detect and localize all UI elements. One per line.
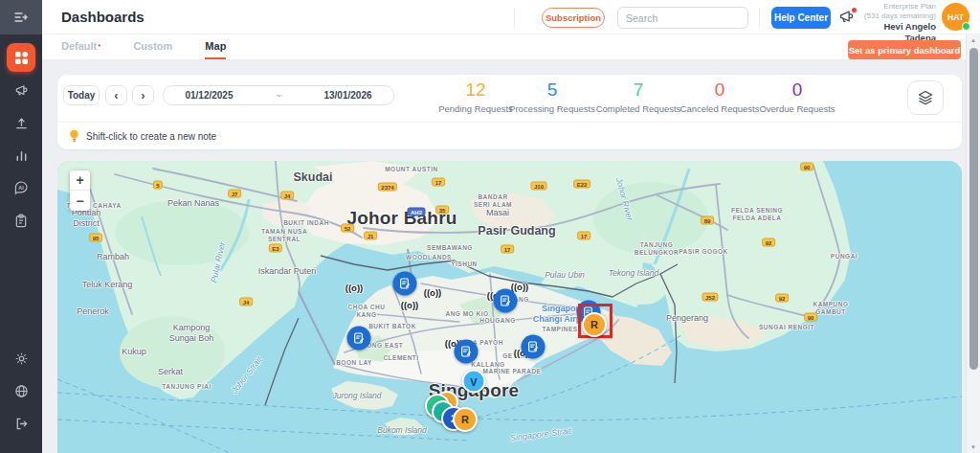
sidebar-item-ai-chat[interactable]: AI <box>7 173 35 202</box>
request-marker[interactable] <box>393 272 417 296</box>
today-button[interactable]: Today <box>63 85 100 105</box>
radio-tower-marker[interactable]: ((o)) <box>511 282 528 292</box>
clipboard-icon <box>14 214 28 228</box>
collapse-panel-icon <box>13 10 29 25</box>
cluster-marker-r[interactable]: R <box>582 312 607 337</box>
sidebar-collapse-button[interactable] <box>0 0 42 34</box>
subscription-button[interactable]: Subscription <box>542 8 605 28</box>
ai-chat-icon: AI <box>13 180 29 195</box>
stat-value: 0 <box>745 80 850 99</box>
sidebar-item-user-upload[interactable] <box>7 108 35 137</box>
sidebar-item-clipboard[interactable] <box>7 206 35 235</box>
map-overlay: MOUNT AUSTINTAMAN CAHAYABUKIT INDAHTAMAN… <box>57 161 962 453</box>
map-label: Johor River <box>613 176 635 221</box>
map-label: Bukom Island <box>377 425 427 435</box>
map-label: Johor Strait <box>230 355 265 396</box>
road-shield: E22 <box>573 180 590 189</box>
sidebar-item-dashboard[interactable] <box>7 43 35 72</box>
map-label: CHOA CHU KANG <box>348 304 386 319</box>
map-label: BOON LAY <box>336 359 372 367</box>
toolbar-card: Today ‹ › 01/12/2025 ~ 13/01/2026 12Pend… <box>57 75 962 149</box>
radio-tower-marker[interactable]: ((o)) <box>401 300 418 310</box>
map-label: HOUGANG <box>479 317 515 325</box>
sidebar-item-logout[interactable] <box>7 409 35 438</box>
map-label: TAMPINES <box>542 326 577 333</box>
map-label: FELDA SENING FELDA ADELA <box>731 207 783 222</box>
map-label: PUNGAI <box>831 253 858 260</box>
sidebar-item-megaphone[interactable] <box>7 76 35 104</box>
radio-tower-marker[interactable]: ((o)) <box>345 283 363 293</box>
map-label: SUNGAI RENGIT <box>759 324 814 331</box>
help-center-button[interactable]: Help Center <box>771 7 831 29</box>
road-shield: 35 <box>435 206 449 215</box>
map-label: CLEMENTI <box>383 354 418 362</box>
settings-icon <box>14 351 29 366</box>
document-icon <box>527 341 540 353</box>
request-marker[interactable] <box>494 289 518 313</box>
sidebar-item-settings[interactable] <box>7 344 35 373</box>
map-layers-button[interactable] <box>907 80 944 115</box>
tab-default[interactable]: Default* <box>61 34 100 59</box>
radio-tower-marker[interactable]: ((o)) <box>424 287 441 298</box>
road-shield: J1 <box>364 232 377 240</box>
page-title: Dashboards <box>61 9 145 25</box>
vertical-scrollbar[interactable]: ▲ ▼ <box>966 34 980 453</box>
search-box[interactable] <box>617 7 748 29</box>
date-end: 13/01/2026 <box>323 90 371 101</box>
tab-label: Map <box>205 40 226 52</box>
map-label: TANJUNG BELUNGKOR <box>635 241 679 257</box>
road-shield: J10 <box>530 182 546 191</box>
road-shield: J4 <box>239 298 253 306</box>
map-label: KALLANG <box>471 361 504 369</box>
document-icon <box>399 278 412 290</box>
dashboard-tabs: Default*CustomMap <box>42 34 980 60</box>
cluster-marker-v[interactable]: V <box>462 370 486 394</box>
scroll-up-arrow[interactable]: ▲ <box>970 37 976 43</box>
request-marker[interactable] <box>347 327 371 351</box>
map-label: Kukup <box>122 347 146 357</box>
map-label: Pengerang <box>666 313 708 324</box>
sidebar-item-bar-chart[interactable] <box>7 141 35 170</box>
stat-label: Overdue Requests <box>745 103 850 114</box>
scroll-down-arrow[interactable]: ▼ <box>970 444 976 450</box>
zoom-out-button[interactable]: − <box>70 191 90 211</box>
map-label: Teluk Kerang <box>82 280 133 290</box>
layers-icon <box>917 89 934 106</box>
map-label: Iskandar Puteri <box>258 266 317 277</box>
road-shield: AH2 <box>407 208 425 216</box>
top-header: Dashboards Subscription Help Center Ente… <box>42 0 980 34</box>
map-label: Rambah <box>97 252 129 262</box>
logout-icon <box>14 417 29 431</box>
map-label: MARINE PARADE <box>483 368 542 375</box>
set-primary-dashboard-button[interactable]: Set as primary dashboard <box>848 40 961 59</box>
next-period-button[interactable]: › <box>132 85 154 105</box>
tab-map[interactable]: Map <box>205 34 226 59</box>
plan-name: Enterprise Plan <box>861 2 936 11</box>
road-shield: 2374 <box>378 183 397 192</box>
road-shield: 52 <box>341 224 354 233</box>
announcements-button[interactable] <box>838 9 856 26</box>
zoom-in-button[interactable]: + <box>70 170 90 191</box>
megaphone-icon <box>14 83 29 98</box>
road-shield: J4 <box>280 192 294 200</box>
cluster-marker-r[interactable]: R <box>453 407 478 432</box>
date-separator: ~ <box>276 91 280 101</box>
request-marker[interactable] <box>455 340 479 364</box>
request-marker[interactable] <box>522 335 546 359</box>
sidebar: AI <box>0 0 42 453</box>
tab-custom[interactable]: Custom <box>133 34 172 59</box>
road-shield: E3 <box>269 244 282 253</box>
notification-dot <box>852 8 857 12</box>
map-panel[interactable]: MOUNT AUSTINTAMAN CAHAYABUKIT INDAHTAMAN… <box>57 161 962 453</box>
sidebar-nav: AI <box>7 41 35 237</box>
online-status-dot <box>962 22 970 31</box>
map-label: WOODLANDS <box>406 254 452 261</box>
globe-icon <box>14 384 29 398</box>
map-label: ANG MO KIO <box>445 310 488 318</box>
date-range-picker[interactable]: 01/12/2025 ~ 13/01/2026 <box>163 85 394 105</box>
prev-period-button[interactable]: ‹ <box>105 85 127 105</box>
sidebar-item-globe[interactable] <box>7 376 35 405</box>
document-icon <box>460 346 473 358</box>
search-input[interactable] <box>626 12 755 24</box>
scrollbar-thumb[interactable] <box>969 48 978 370</box>
